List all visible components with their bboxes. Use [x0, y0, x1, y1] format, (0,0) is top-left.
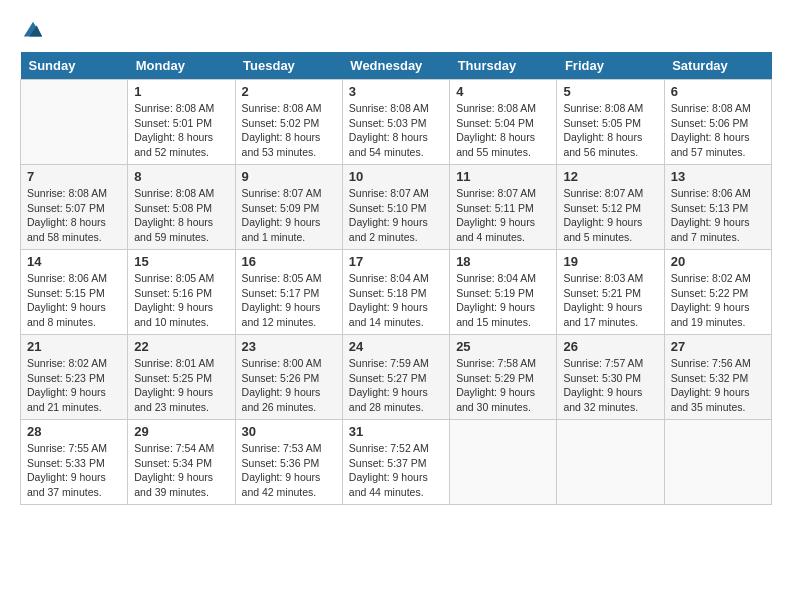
day-number: 7 [27, 169, 121, 184]
day-number: 30 [242, 424, 336, 439]
day-number: 4 [456, 84, 550, 99]
day-number: 9 [242, 169, 336, 184]
day-number: 24 [349, 339, 443, 354]
day-info: Sunrise: 8:04 AMSunset: 5:19 PMDaylight:… [456, 271, 550, 330]
day-number: 6 [671, 84, 765, 99]
calendar-day-cell: 13Sunrise: 8:06 AMSunset: 5:13 PMDayligh… [664, 165, 771, 250]
calendar-day-header: Friday [557, 52, 664, 80]
calendar-day-header: Wednesday [342, 52, 449, 80]
day-info: Sunrise: 8:08 AMSunset: 5:05 PMDaylight:… [563, 101, 657, 160]
calendar-day-cell: 2Sunrise: 8:08 AMSunset: 5:02 PMDaylight… [235, 80, 342, 165]
calendar-day-cell: 15Sunrise: 8:05 AMSunset: 5:16 PMDayligh… [128, 250, 235, 335]
day-info: Sunrise: 8:08 AMSunset: 5:02 PMDaylight:… [242, 101, 336, 160]
day-info: Sunrise: 8:05 AMSunset: 5:16 PMDaylight:… [134, 271, 228, 330]
calendar-day-cell: 18Sunrise: 8:04 AMSunset: 5:19 PMDayligh… [450, 250, 557, 335]
day-info: Sunrise: 8:08 AMSunset: 5:01 PMDaylight:… [134, 101, 228, 160]
day-number: 15 [134, 254, 228, 269]
logo [20, 20, 44, 42]
calendar-day-cell [450, 420, 557, 505]
calendar-day-cell: 23Sunrise: 8:00 AMSunset: 5:26 PMDayligh… [235, 335, 342, 420]
calendar-day-cell: 19Sunrise: 8:03 AMSunset: 5:21 PMDayligh… [557, 250, 664, 335]
calendar-header-row: SundayMondayTuesdayWednesdayThursdayFrid… [21, 52, 772, 80]
calendar-week-row: 14Sunrise: 8:06 AMSunset: 5:15 PMDayligh… [21, 250, 772, 335]
day-number: 2 [242, 84, 336, 99]
day-info: Sunrise: 8:08 AMSunset: 5:08 PMDaylight:… [134, 186, 228, 245]
day-number: 10 [349, 169, 443, 184]
day-info: Sunrise: 7:53 AMSunset: 5:36 PMDaylight:… [242, 441, 336, 500]
calendar-day-cell: 27Sunrise: 7:56 AMSunset: 5:32 PMDayligh… [664, 335, 771, 420]
day-number: 1 [134, 84, 228, 99]
calendar-day-header: Sunday [21, 52, 128, 80]
calendar-day-cell [557, 420, 664, 505]
day-info: Sunrise: 8:08 AMSunset: 5:04 PMDaylight:… [456, 101, 550, 160]
calendar-day-cell: 1Sunrise: 8:08 AMSunset: 5:01 PMDaylight… [128, 80, 235, 165]
day-info: Sunrise: 8:07 AMSunset: 5:10 PMDaylight:… [349, 186, 443, 245]
day-number: 3 [349, 84, 443, 99]
day-number: 14 [27, 254, 121, 269]
day-number: 5 [563, 84, 657, 99]
calendar-day-cell: 4Sunrise: 8:08 AMSunset: 5:04 PMDaylight… [450, 80, 557, 165]
day-number: 12 [563, 169, 657, 184]
calendar-day-cell: 3Sunrise: 8:08 AMSunset: 5:03 PMDaylight… [342, 80, 449, 165]
day-number: 8 [134, 169, 228, 184]
day-number: 16 [242, 254, 336, 269]
day-info: Sunrise: 7:57 AMSunset: 5:30 PMDaylight:… [563, 356, 657, 415]
calendar-day-cell [664, 420, 771, 505]
day-number: 13 [671, 169, 765, 184]
calendar-day-cell: 29Sunrise: 7:54 AMSunset: 5:34 PMDayligh… [128, 420, 235, 505]
day-info: Sunrise: 8:02 AMSunset: 5:23 PMDaylight:… [27, 356, 121, 415]
page-header [20, 20, 772, 42]
calendar-week-row: 1Sunrise: 8:08 AMSunset: 5:01 PMDaylight… [21, 80, 772, 165]
day-info: Sunrise: 8:05 AMSunset: 5:17 PMDaylight:… [242, 271, 336, 330]
calendar-day-cell: 7Sunrise: 8:08 AMSunset: 5:07 PMDaylight… [21, 165, 128, 250]
day-info: Sunrise: 8:08 AMSunset: 5:06 PMDaylight:… [671, 101, 765, 160]
calendar-day-header: Saturday [664, 52, 771, 80]
calendar-day-cell: 16Sunrise: 8:05 AMSunset: 5:17 PMDayligh… [235, 250, 342, 335]
calendar-day-cell: 25Sunrise: 7:58 AMSunset: 5:29 PMDayligh… [450, 335, 557, 420]
day-number: 22 [134, 339, 228, 354]
day-info: Sunrise: 8:08 AMSunset: 5:07 PMDaylight:… [27, 186, 121, 245]
day-number: 28 [27, 424, 121, 439]
day-number: 23 [242, 339, 336, 354]
calendar-day-cell: 24Sunrise: 7:59 AMSunset: 5:27 PMDayligh… [342, 335, 449, 420]
calendar-day-cell: 22Sunrise: 8:01 AMSunset: 5:25 PMDayligh… [128, 335, 235, 420]
day-number: 26 [563, 339, 657, 354]
calendar-day-cell [21, 80, 128, 165]
day-info: Sunrise: 7:55 AMSunset: 5:33 PMDaylight:… [27, 441, 121, 500]
day-number: 17 [349, 254, 443, 269]
day-number: 31 [349, 424, 443, 439]
calendar-day-header: Monday [128, 52, 235, 80]
calendar-week-row: 7Sunrise: 8:08 AMSunset: 5:07 PMDaylight… [21, 165, 772, 250]
day-info: Sunrise: 8:01 AMSunset: 5:25 PMDaylight:… [134, 356, 228, 415]
day-info: Sunrise: 7:59 AMSunset: 5:27 PMDaylight:… [349, 356, 443, 415]
calendar-day-header: Thursday [450, 52, 557, 80]
day-info: Sunrise: 7:56 AMSunset: 5:32 PMDaylight:… [671, 356, 765, 415]
calendar-day-cell: 20Sunrise: 8:02 AMSunset: 5:22 PMDayligh… [664, 250, 771, 335]
calendar-day-cell: 31Sunrise: 7:52 AMSunset: 5:37 PMDayligh… [342, 420, 449, 505]
calendar-day-header: Tuesday [235, 52, 342, 80]
day-number: 11 [456, 169, 550, 184]
day-info: Sunrise: 8:00 AMSunset: 5:26 PMDaylight:… [242, 356, 336, 415]
calendar-day-cell: 5Sunrise: 8:08 AMSunset: 5:05 PMDaylight… [557, 80, 664, 165]
calendar-day-cell: 17Sunrise: 8:04 AMSunset: 5:18 PMDayligh… [342, 250, 449, 335]
calendar-day-cell: 6Sunrise: 8:08 AMSunset: 5:06 PMDaylight… [664, 80, 771, 165]
day-info: Sunrise: 7:54 AMSunset: 5:34 PMDaylight:… [134, 441, 228, 500]
calendar-day-cell: 10Sunrise: 8:07 AMSunset: 5:10 PMDayligh… [342, 165, 449, 250]
calendar-week-row: 28Sunrise: 7:55 AMSunset: 5:33 PMDayligh… [21, 420, 772, 505]
day-info: Sunrise: 8:08 AMSunset: 5:03 PMDaylight:… [349, 101, 443, 160]
day-number: 25 [456, 339, 550, 354]
calendar-day-cell: 14Sunrise: 8:06 AMSunset: 5:15 PMDayligh… [21, 250, 128, 335]
calendar-day-cell: 9Sunrise: 8:07 AMSunset: 5:09 PMDaylight… [235, 165, 342, 250]
day-info: Sunrise: 8:07 AMSunset: 5:12 PMDaylight:… [563, 186, 657, 245]
calendar-day-cell: 11Sunrise: 8:07 AMSunset: 5:11 PMDayligh… [450, 165, 557, 250]
calendar-day-cell: 28Sunrise: 7:55 AMSunset: 5:33 PMDayligh… [21, 420, 128, 505]
calendar-table: SundayMondayTuesdayWednesdayThursdayFrid… [20, 52, 772, 505]
day-info: Sunrise: 8:06 AMSunset: 5:13 PMDaylight:… [671, 186, 765, 245]
day-number: 19 [563, 254, 657, 269]
day-info: Sunrise: 8:06 AMSunset: 5:15 PMDaylight:… [27, 271, 121, 330]
day-info: Sunrise: 8:07 AMSunset: 5:09 PMDaylight:… [242, 186, 336, 245]
calendar-week-row: 21Sunrise: 8:02 AMSunset: 5:23 PMDayligh… [21, 335, 772, 420]
calendar-day-cell: 21Sunrise: 8:02 AMSunset: 5:23 PMDayligh… [21, 335, 128, 420]
day-info: Sunrise: 7:58 AMSunset: 5:29 PMDaylight:… [456, 356, 550, 415]
day-info: Sunrise: 8:07 AMSunset: 5:11 PMDaylight:… [456, 186, 550, 245]
